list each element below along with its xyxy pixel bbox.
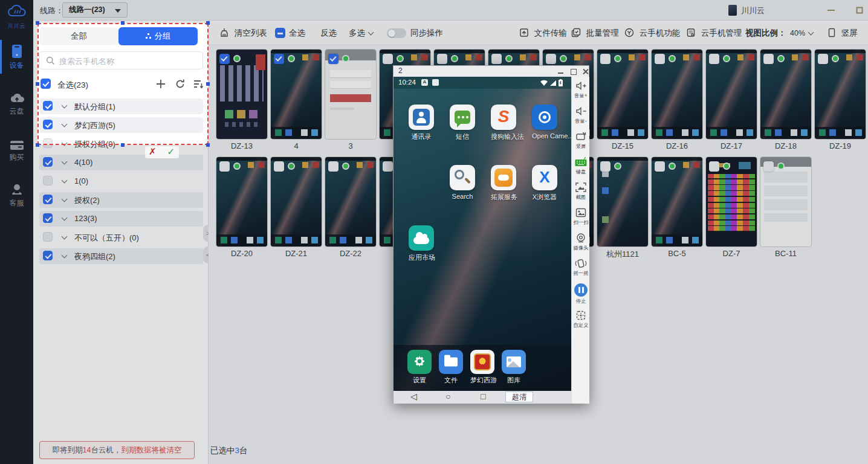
phone-remote-window[interactable]: 2 10:24 通讯录 短信 S 搜狗输入法 bbox=[393, 65, 589, 404]
camera-icon bbox=[575, 233, 587, 243]
contacts-icon bbox=[409, 105, 434, 130]
tool-label: 摇一摇 bbox=[572, 270, 589, 277]
messages-icon bbox=[450, 105, 475, 130]
app-open-camera[interactable]: Open Came.. bbox=[532, 105, 557, 140]
stop-button[interactable]: 停止 bbox=[572, 283, 590, 305]
selection-actions: ✗ ✓ bbox=[145, 146, 179, 158]
home-icon[interactable]: ○ bbox=[445, 392, 450, 401]
phone-close-button[interactable] bbox=[581, 68, 590, 75]
dock-menghuan-game[interactable]: 梦幻西游 bbox=[470, 350, 494, 385]
dock-label: 文件 bbox=[439, 376, 463, 385]
selection-handle[interactable] bbox=[36, 143, 39, 147]
app-label: 拓展服务 bbox=[491, 193, 516, 202]
refresh-icon bbox=[175, 79, 186, 89]
extension-service-icon bbox=[491, 165, 516, 190]
dock-label: 图库 bbox=[502, 376, 526, 385]
dock-files[interactable]: 文件 bbox=[439, 350, 463, 385]
tab-groups[interactable]: 分组 bbox=[118, 27, 198, 45]
volume-up-icon bbox=[575, 80, 587, 91]
group-row[interactable]: 梦幻西游(5) bbox=[39, 117, 203, 133]
tool-label: 截图 bbox=[572, 194, 589, 201]
search-placeholder: 搜索云手机名称 bbox=[59, 56, 114, 67]
selection-confirm-icon[interactable]: ✓ bbox=[167, 146, 175, 157]
selection-handle[interactable] bbox=[36, 21, 39, 25]
select-all-checkbox[interactable] bbox=[40, 79, 51, 89]
selection-handle[interactable] bbox=[121, 143, 125, 147]
app-label: 通讯录 bbox=[409, 132, 434, 141]
sort-icon bbox=[193, 79, 204, 89]
app-contacts[interactable]: 通讯录 bbox=[409, 105, 434, 141]
screenshot-button[interactable]: 截图 bbox=[572, 182, 590, 201]
shake-button[interactable]: 摇一摇 bbox=[572, 258, 590, 277]
tab-label: 分组 bbox=[155, 31, 171, 40]
phone-maximize-button[interactable] bbox=[569, 68, 578, 75]
tab-all[interactable]: 全部 bbox=[39, 27, 118, 45]
selection-handle[interactable] bbox=[36, 82, 39, 86]
phone-window-titlebar[interactable]: 2 bbox=[394, 66, 589, 77]
keyboard-button[interactable]: 键盘 bbox=[572, 156, 590, 176]
chevron-down-icon[interactable] bbox=[62, 122, 67, 127]
dock-settings[interactable]: 设置 bbox=[407, 350, 432, 385]
app-sogou-input[interactable]: S 搜狗输入法 bbox=[491, 105, 516, 141]
recents-icon[interactable]: □ bbox=[481, 392, 485, 401]
camera-app-icon bbox=[532, 105, 557, 130]
tool-label: 音量- bbox=[572, 118, 589, 125]
app-market[interactable]: 应用市场 bbox=[409, 225, 434, 262]
phone-screen[interactable]: 10:24 通讯录 短信 S 搜狗输入法 Open Came.. bbox=[394, 77, 571, 404]
app-messages[interactable]: 短信 bbox=[450, 105, 475, 141]
group-checkbox[interactable] bbox=[43, 101, 53, 111]
sogou-icon: S bbox=[491, 105, 516, 130]
selection-handle[interactable] bbox=[206, 21, 210, 25]
app-label: X浏览器 bbox=[532, 193, 557, 202]
tool-label: 键盘 bbox=[572, 169, 589, 176]
tool-label: 停止 bbox=[572, 298, 589, 305]
android-navbar: ◁ ○ □ 超清 bbox=[394, 391, 571, 404]
back-icon[interactable]: ◁ bbox=[410, 392, 417, 401]
dock-gallery[interactable]: 图库 bbox=[502, 350, 526, 385]
group-row[interactable]: 默认分组(1) bbox=[39, 98, 203, 114]
custom-icon bbox=[575, 310, 587, 321]
volume-down-button[interactable]: 音量- bbox=[572, 106, 590, 125]
tool-label: 竖屏 bbox=[572, 143, 589, 150]
app-label: 搜狗输入法 bbox=[491, 132, 516, 141]
selection-handle[interactable] bbox=[206, 82, 210, 86]
quality-select[interactable]: 超清 bbox=[505, 392, 533, 402]
rotate-screen-button[interactable]: 竖屏 bbox=[572, 131, 590, 150]
app-x-browser[interactable]: X X浏览器 bbox=[532, 165, 557, 202]
dim-overlay bbox=[0, 0, 868, 23]
volume-up-button[interactable]: 音量+ bbox=[572, 80, 590, 100]
camera-button[interactable]: 摄像头 bbox=[572, 233, 590, 252]
scan-button[interactable]: 扫一扫 bbox=[572, 207, 590, 227]
status-time: 10:24 bbox=[398, 79, 416, 86]
files-icon bbox=[439, 350, 463, 374]
group-checkbox[interactable] bbox=[43, 120, 53, 129]
search-input[interactable]: 搜索云手机名称 bbox=[39, 51, 203, 69]
group-label: 梦幻西游(5) bbox=[74, 120, 115, 131]
refresh-button[interactable] bbox=[175, 79, 187, 91]
add-group-button[interactable] bbox=[155, 79, 167, 91]
phone-minimize-button[interactable] bbox=[557, 68, 565, 75]
shake-icon bbox=[575, 258, 587, 269]
dock-label: 梦幻西游 bbox=[470, 376, 494, 385]
app-extension-service[interactable]: 拓展服务 bbox=[491, 165, 516, 202]
notification-icon bbox=[432, 79, 439, 86]
phone-window-title: 2 bbox=[398, 66, 403, 75]
pause-icon bbox=[574, 283, 588, 297]
sort-button[interactable] bbox=[193, 79, 205, 91]
selection-handle[interactable] bbox=[121, 21, 125, 25]
plus-icon bbox=[155, 79, 166, 89]
custom-button[interactable]: 自定义 bbox=[572, 310, 590, 329]
phone-control-toolbar: 音量+ 音量- 竖屏 键盘 截图 扫一扫 摄像头 摇一摇 bbox=[571, 77, 589, 404]
screenshot-icon bbox=[575, 182, 587, 193]
tab-label: 全部 bbox=[71, 31, 87, 40]
wifi-signal-battery-icons bbox=[540, 79, 568, 86]
keyboard-icon bbox=[574, 156, 588, 167]
group-label: 默认分组(1) bbox=[74, 102, 115, 112]
selection-cancel-icon[interactable]: ✗ bbox=[149, 146, 157, 157]
group-grid-icon bbox=[146, 33, 151, 39]
selection-handle[interactable] bbox=[206, 143, 210, 147]
app-search[interactable]: Search bbox=[450, 165, 475, 200]
chevron-down-icon[interactable] bbox=[62, 103, 67, 108]
gallery-icon bbox=[502, 350, 526, 374]
settings-icon bbox=[407, 350, 432, 374]
